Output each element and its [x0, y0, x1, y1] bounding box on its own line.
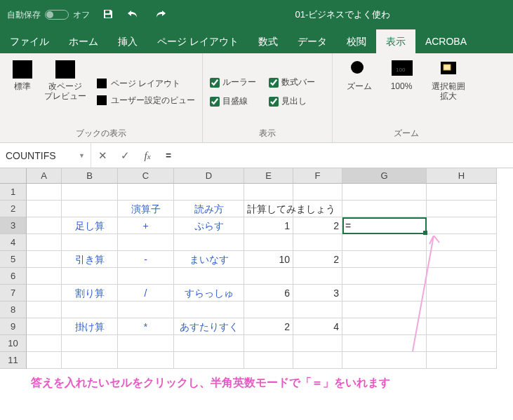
cell[interactable] [244, 352, 293, 369]
tab-file[interactable]: ファイル [0, 29, 59, 53]
cell[interactable] [293, 234, 342, 251]
redo-icon[interactable] [153, 8, 167, 22]
col-head-G[interactable]: G [342, 168, 427, 184]
cell[interactable] [27, 302, 62, 318]
cell[interactable] [427, 251, 497, 268]
row-head[interactable]: 2 [0, 201, 27, 217]
tab-view[interactable]: 表示 [376, 29, 415, 53]
cell[interactable] [244, 335, 293, 352]
cell[interactable]: 読み方 [174, 201, 244, 217]
cell[interactable] [342, 234, 427, 251]
cell[interactable] [118, 352, 174, 369]
row-head[interactable]: 3 [0, 217, 27, 234]
col-head-C[interactable]: C [118, 168, 174, 184]
tab-home[interactable]: ホーム [59, 29, 108, 53]
col-head-D[interactable]: D [174, 168, 244, 184]
cell[interactable] [427, 268, 497, 285]
tab-insert[interactable]: 挿入 [108, 29, 147, 53]
cell[interactable] [293, 302, 342, 318]
cell[interactable]: 1 [244, 217, 293, 234]
cell[interactable]: あすたりすく [174, 318, 244, 335]
cell[interactable] [427, 285, 497, 302]
cell[interactable] [174, 184, 244, 201]
cell[interactable] [27, 184, 62, 201]
cell[interactable]: 2 [244, 318, 293, 335]
cell[interactable] [27, 201, 62, 217]
cell[interactable]: / [118, 285, 174, 302]
cell[interactable] [62, 352, 118, 369]
cell[interactable]: 3 [293, 285, 342, 302]
select-all-corner[interactable] [0, 168, 27, 184]
cell[interactable]: ぷらす [174, 217, 244, 234]
cell[interactable] [118, 268, 174, 285]
cell[interactable] [342, 318, 427, 335]
cell[interactable] [27, 352, 62, 369]
cell[interactable] [244, 302, 293, 318]
zoom-button[interactable]: ズーム [340, 57, 379, 126]
pagebreak-preview-button[interactable]: 改ページ プレビュー [41, 57, 90, 126]
cell[interactable] [27, 268, 62, 285]
cell[interactable]: 4 [293, 318, 342, 335]
cell[interactable] [118, 184, 174, 201]
save-icon[interactable] [102, 8, 114, 22]
cell-active[interactable]: = [342, 217, 427, 234]
tab-formulas[interactable]: 数式 [248, 29, 288, 53]
cell[interactable] [342, 285, 427, 302]
row-head[interactable]: 1 [0, 184, 27, 201]
tab-pagelayout[interactable]: ページ レイアウト [147, 29, 248, 53]
row-head[interactable]: 9 [0, 318, 27, 335]
col-head-F[interactable]: F [293, 168, 342, 184]
cell[interactable]: 2 [293, 251, 342, 268]
cell[interactable] [342, 201, 427, 217]
cell[interactable] [427, 184, 497, 201]
cell[interactable] [244, 184, 293, 201]
cell[interactable] [62, 201, 118, 217]
cell[interactable]: 引き算 [62, 251, 118, 268]
cell[interactable]: - [118, 251, 174, 268]
cell[interactable] [342, 251, 427, 268]
cell[interactable]: 割り算 [62, 285, 118, 302]
cell[interactable]: 演算子 [118, 201, 174, 217]
cell[interactable] [118, 234, 174, 251]
cell[interactable] [293, 335, 342, 352]
normal-view-button[interactable]: 標準 [7, 57, 38, 126]
cell[interactable] [62, 302, 118, 318]
cell[interactable] [342, 335, 427, 352]
row-head[interactable]: 6 [0, 268, 27, 285]
cell[interactable] [62, 234, 118, 251]
page-layout-button[interactable]: ページ レイアウト [95, 77, 195, 90]
row-head[interactable]: 5 [0, 251, 27, 268]
formula-bar-checkbox[interactable]: 数式バー [269, 76, 315, 88]
ruler-checkbox[interactable]: ルーラー [210, 76, 256, 88]
cell[interactable]: 10 [244, 251, 293, 268]
cell[interactable]: まいなす [174, 251, 244, 268]
cell[interactable]: 6 [244, 285, 293, 302]
zoom-selection-button[interactable]: 選択範囲 拡大 [424, 57, 473, 126]
cell[interactable] [174, 335, 244, 352]
cell[interactable] [293, 184, 342, 201]
cell[interactable] [427, 352, 497, 369]
cell[interactable] [293, 201, 342, 217]
col-head-A[interactable]: A [27, 168, 62, 184]
undo-icon[interactable] [126, 8, 140, 22]
cell[interactable] [62, 268, 118, 285]
cell[interactable] [342, 352, 427, 369]
headings-checkbox[interactable]: 見出し [269, 95, 315, 107]
cell[interactable] [342, 268, 427, 285]
autosave-toggle[interactable]: 自動保存 オフ [0, 9, 97, 21]
cancel-formula-button[interactable]: ✕ [91, 149, 114, 162]
cell[interactable] [427, 302, 497, 318]
formula-input[interactable] [159, 143, 513, 168]
cell[interactable] [27, 335, 62, 352]
cell[interactable]: + [118, 217, 174, 234]
custom-views-button[interactable]: ユーザー設定のビュー [95, 94, 195, 107]
cell[interactable]: * [118, 318, 174, 335]
cell[interactable] [174, 234, 244, 251]
cell[interactable] [342, 184, 427, 201]
cell[interactable] [174, 352, 244, 369]
cell[interactable] [244, 234, 293, 251]
cell[interactable] [244, 268, 293, 285]
cell[interactable] [27, 285, 62, 302]
cell[interactable] [427, 201, 497, 217]
cell[interactable]: 足し算 [62, 217, 118, 234]
